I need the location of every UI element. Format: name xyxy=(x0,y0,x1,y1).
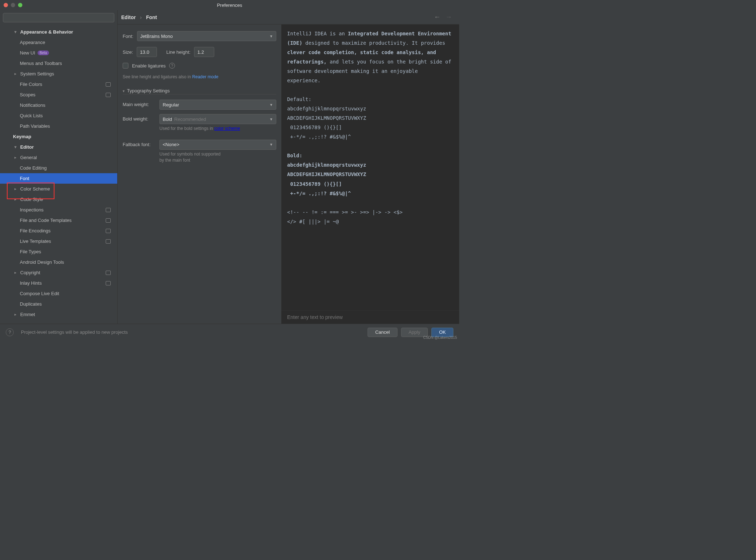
sidebar-item-color-scheme[interactable]: Color Scheme xyxy=(0,184,117,194)
font-label: Font: xyxy=(123,34,133,39)
font-combobox[interactable]: JetBrains Mono ▼ xyxy=(137,31,276,41)
reader-mode-link[interactable]: Reader mode xyxy=(192,74,219,79)
sidebar-item-new-ui[interactable]: New UIBeta xyxy=(0,48,117,58)
sidebar-item-file-encodings[interactable]: File Encodings xyxy=(0,226,117,236)
sidebar-item-file-and-code-templates[interactable]: File and Code Templates xyxy=(0,215,117,226)
tree-item-label: Editor xyxy=(20,144,34,150)
chevron-right-icon xyxy=(13,71,18,76)
sidebar-item-live-templates[interactable]: Live Templates xyxy=(0,236,117,246)
sidebar-item-path-variables[interactable]: Path Variables xyxy=(0,121,117,131)
breadcrumb: Editor › Font xyxy=(121,14,157,20)
preview-input[interactable] xyxy=(287,314,453,320)
watermark: CSDN @Lakers2015 xyxy=(423,336,457,340)
tree-item-label: New UI xyxy=(20,50,35,56)
tree-item-label: Emmet xyxy=(20,312,35,317)
bold-weight-hint: Used for the bold settings in color sche… xyxy=(159,126,276,132)
sidebar-item-notifications[interactable]: Notifications xyxy=(0,100,117,110)
sidebar-item-menus-and-toolbars[interactable]: Menus and Toolbars xyxy=(0,58,117,69)
tree-item-label: Menus and Toolbars xyxy=(20,61,62,66)
tree-item-label: File Encodings xyxy=(20,228,50,233)
size-input[interactable] xyxy=(137,47,157,57)
tree-item-label: Font xyxy=(20,176,29,181)
tree-item-label: Appearance xyxy=(20,40,45,45)
tree-item-label: General xyxy=(20,155,37,160)
tree-item-label: Color Scheme xyxy=(20,186,50,192)
project-scope-icon xyxy=(106,271,111,275)
project-scope-icon xyxy=(106,281,111,285)
sidebar-item-inlay-hints[interactable]: Inlay Hints xyxy=(0,278,117,288)
tree-item-label: Scopes xyxy=(20,92,35,97)
ligatures-checkbox[interactable] xyxy=(123,63,128,69)
search-input[interactable] xyxy=(3,13,114,22)
sidebar-item-quick-lists[interactable]: Quick Lists xyxy=(0,110,117,121)
chevron-down-icon xyxy=(13,30,18,34)
nav-forward-icon[interactable]: → xyxy=(445,13,452,21)
sidebar-item-font[interactable]: Font xyxy=(0,173,117,184)
ligatures-label: Enable ligatures xyxy=(132,63,166,69)
bold-weight-combobox[interactable]: Bold Recommended ▼ xyxy=(159,114,276,124)
breadcrumb-current: Font xyxy=(146,14,157,20)
sidebar-item-file-colors[interactable]: File Colors xyxy=(0,79,117,89)
sidebar-item-keymap[interactable]: Keymap xyxy=(0,131,117,142)
sidebar-item-emmet[interactable]: Emmet xyxy=(0,309,117,320)
sidebar-item-code-editing[interactable]: Code Editing xyxy=(0,163,117,173)
chevron-right-icon xyxy=(13,270,18,275)
line-height-input[interactable] xyxy=(194,47,214,57)
nav-back-icon[interactable]: ← xyxy=(434,13,440,21)
window-maximize-button[interactable] xyxy=(18,3,22,7)
tree-item-label: File Colors xyxy=(20,82,42,87)
project-scope-icon xyxy=(106,82,111,87)
sidebar-item-android-design-tools[interactable]: Android Design Tools xyxy=(0,257,117,267)
sidebar-item-duplicates[interactable]: Duplicates xyxy=(0,299,117,309)
chevron-down-icon xyxy=(123,88,125,93)
main-weight-label: Main weight: xyxy=(123,100,157,107)
typography-section-header[interactable]: Typography Settings xyxy=(123,88,276,95)
tree-item-label: System Settings xyxy=(20,71,54,76)
window-minimize-button[interactable] xyxy=(11,3,15,7)
tree-item-label: Inlay Hints xyxy=(20,280,42,286)
sidebar-item-inspections[interactable]: Inspections xyxy=(0,205,117,215)
footer: ? Project-level settings will be applied… xyxy=(0,324,459,340)
sidebar-item-code-style[interactable]: Code Style xyxy=(0,194,117,205)
tree-item-label: Appearance & Behavior xyxy=(20,29,73,35)
cancel-button[interactable]: Cancel xyxy=(368,328,397,337)
sidebar-item-editor[interactable]: Editor xyxy=(0,142,117,152)
font-preview-pane: IntelliJ IDEA is an Integrated Developme… xyxy=(281,25,459,324)
tree-item-label: Android Design Tools xyxy=(20,259,64,265)
tree-item-label: Notifications xyxy=(20,102,45,108)
tree-item-label: File Types xyxy=(20,249,41,254)
sidebar-item-file-types[interactable]: File Types xyxy=(0,246,117,257)
reader-mode-hint: See line height and ligatures also in Re… xyxy=(123,74,276,79)
sidebar-item-scopes[interactable]: Scopes xyxy=(0,89,117,100)
bold-weight-label: Bold weight: xyxy=(123,114,157,122)
project-scope-icon xyxy=(106,208,111,212)
fallback-hint: Used for symbols not supportedby the mai… xyxy=(159,151,276,163)
help-icon[interactable]: ? xyxy=(169,63,175,69)
sidebar-item-system-settings[interactable]: System Settings xyxy=(0,69,117,79)
tree-item-label: Copyright xyxy=(20,270,40,275)
color-scheme-link[interactable]: color scheme xyxy=(214,126,240,131)
sidebar-item-copyright[interactable]: Copyright xyxy=(0,267,117,278)
line-height-label: Line height: xyxy=(166,49,190,55)
tree-item-label: Inspections xyxy=(20,207,44,213)
project-scope-icon xyxy=(106,218,111,223)
sidebar: ⌕▾ Appearance & BehaviorAppearanceNew UI… xyxy=(0,10,118,324)
main-weight-combobox[interactable]: Regular ▼ xyxy=(159,100,276,110)
sidebar-item-appearance-behavior[interactable]: Appearance & Behavior xyxy=(0,27,117,37)
sidebar-item-compose-live-edit[interactable]: Compose Live Edit xyxy=(0,288,117,299)
footer-hint: Project-level settings will be applied t… xyxy=(21,329,128,335)
breadcrumb-parent[interactable]: Editor xyxy=(121,14,136,20)
window-close-button[interactable] xyxy=(4,3,8,7)
chevron-right-icon xyxy=(13,187,18,191)
sidebar-item-appearance[interactable]: Appearance xyxy=(0,37,117,48)
size-label: Size: xyxy=(123,49,133,55)
tree-item-label: Live Templates xyxy=(20,239,51,244)
fallback-font-combobox[interactable]: <None> ▼ xyxy=(159,140,276,150)
chevron-down-icon: ▼ xyxy=(269,34,273,38)
help-button[interactable]: ? xyxy=(6,328,14,336)
sidebar-item-general[interactable]: General xyxy=(0,152,117,163)
tree-item-label: File and Code Templates xyxy=(20,218,72,223)
chevron-down-icon: ▼ xyxy=(269,103,273,107)
settings-tree[interactable]: Appearance & BehaviorAppearanceNew UIBet… xyxy=(0,25,117,324)
chevron-down-icon: ▼ xyxy=(269,143,273,146)
